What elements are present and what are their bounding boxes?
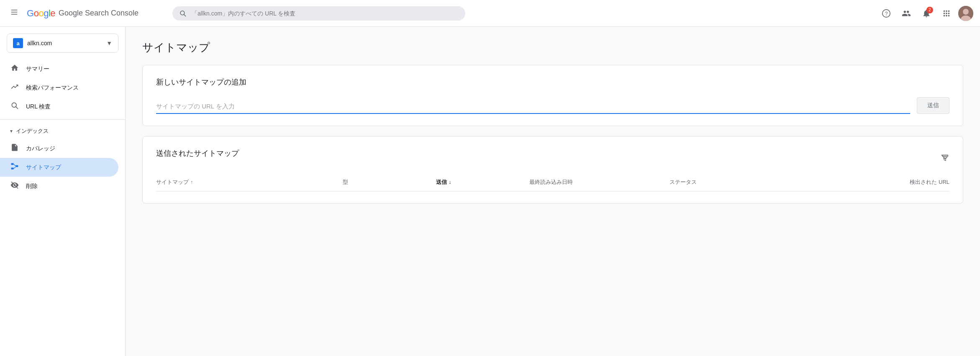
property-name: allkn.com — [27, 40, 102, 46]
sidebar-item-search-performance[interactable]: 検索パフォーマンス — [0, 78, 118, 97]
sidebar-summary-label: サマリー — [26, 65, 49, 73]
google-logo: Google — [27, 8, 55, 19]
coverage-icon — [10, 143, 19, 154]
sidebar-item-url-inspection[interactable]: URL 検査 — [0, 97, 118, 116]
th-send[interactable]: 送信 ↓ — [436, 178, 529, 186]
svg-point-8 — [963, 9, 969, 15]
sidebar-url-inspection-label: URL 検査 — [26, 103, 51, 111]
url-input-wrapper — [156, 99, 910, 114]
search-icon — [179, 10, 187, 17]
add-card-title: 新しいサイトマップの追加 — [156, 77, 949, 87]
submitted-sitemaps-header: 送信されたサイトマップ — [156, 148, 949, 168]
svg-line-4 — [184, 14, 186, 16]
svg-rect-14 — [16, 165, 18, 167]
sidebar-search-performance-label: 検索パフォーマンス — [26, 84, 79, 92]
header-icons: ? 2 — [878, 5, 973, 22]
property-selector[interactable]: a allkn.com ▼ — [7, 34, 118, 53]
home-icon — [10, 64, 19, 74]
property-icon: a — [13, 38, 23, 48]
add-sitemap-form: 送信 — [156, 97, 949, 114]
account-settings-icon[interactable] — [898, 5, 915, 22]
index-section-label: インデックス — [16, 127, 49, 135]
trending-icon — [10, 83, 19, 93]
svg-rect-2 — [11, 14, 18, 15]
th-type-label: 型 — [343, 178, 348, 186]
th-sitemap-label: サイトマップ — [156, 178, 189, 186]
svg-line-15 — [14, 164, 16, 166]
sidebar-sitemap-label: サイトマップ — [26, 164, 61, 171]
submit-button[interactable]: 送信 — [917, 97, 949, 114]
app-title: Google Search Console — [59, 9, 139, 18]
table-header: サイトマップ ↑ 型 送信 ↓ 最終読み込み日時 ステータス 検出された URL — [156, 178, 949, 191]
removal-icon — [10, 181, 19, 191]
help-icon[interactable]: ? — [878, 5, 895, 22]
th-detected-url-label: 検出された URL — [910, 178, 949, 186]
svg-rect-0 — [11, 10, 18, 10]
main-layout: a allkn.com ▼ サマリー 検索パフォーマンス — [0, 27, 980, 356]
hamburger-menu-icon[interactable] — [7, 5, 22, 22]
index-section-header[interactable]: ▾ インデックス — [0, 123, 125, 139]
th-send-label: 送信 — [436, 178, 447, 186]
th-type[interactable]: 型 — [343, 178, 436, 186]
svg-line-16 — [14, 167, 16, 168]
search-input[interactable] — [192, 10, 459, 17]
sidebar-coverage-label: カバレッジ — [26, 145, 55, 152]
th-status-label: ステータス — [670, 178, 697, 186]
th-last-read-label: 最終読み込み日時 — [529, 178, 573, 186]
sitemap-url-input[interactable] — [156, 99, 910, 114]
svg-rect-12 — [11, 163, 14, 165]
sort-desc-icon: ↓ — [449, 179, 451, 185]
svg-rect-1 — [11, 12, 18, 13]
property-dropdown-icon: ▼ — [106, 40, 112, 46]
th-detected-url[interactable]: 検出された URL — [809, 178, 949, 186]
sidebar-item-removal[interactable]: 削除 — [0, 177, 118, 196]
sidebar-item-coverage[interactable]: カバレッジ — [0, 139, 118, 158]
main-content: サイトマップ 新しいサイトマップの追加 送信 送信されたサイトマップ — [126, 27, 980, 356]
th-sitemap[interactable]: サイトマップ ↑ — [156, 178, 343, 186]
apps-icon[interactable] — [938, 5, 955, 22]
sitemap-icon — [10, 162, 19, 173]
svg-line-11 — [16, 107, 18, 109]
add-sitemap-card: 新しいサイトマップの追加 送信 — [142, 65, 963, 126]
th-last-read[interactable]: 最終読み込み日時 — [529, 178, 670, 186]
header-left: Google Google Search Console — [7, 5, 166, 22]
svg-text:?: ? — [885, 10, 888, 16]
submitted-card-title: 送信されたサイトマップ — [156, 148, 239, 158]
app-header: Google Google Search Console ? — [0, 0, 980, 27]
notification-count: 2 — [926, 7, 933, 13]
chevron-down-icon: ▾ — [10, 128, 13, 134]
svg-rect-13 — [11, 168, 14, 169]
notifications-icon[interactable]: 2 — [918, 5, 935, 22]
sidebar-divider — [0, 119, 125, 120]
search-bar[interactable] — [172, 6, 465, 21]
th-status[interactable]: ステータス — [670, 178, 810, 186]
logo-area: Google Google Search Console — [27, 8, 139, 19]
submitted-sitemaps-card: 送信されたサイトマップ サイトマップ ↑ 型 — [142, 136, 963, 204]
sort-asc-icon: ↑ — [190, 179, 193, 185]
avatar[interactable] — [958, 6, 973, 21]
url-search-icon — [10, 101, 19, 112]
sidebar-item-summary[interactable]: サマリー — [0, 59, 118, 78]
filter-icon[interactable] — [940, 153, 949, 164]
page-title: サイトマップ — [142, 40, 963, 55]
sidebar-item-sitemap[interactable]: サイトマップ — [0, 158, 118, 177]
sidebar: a allkn.com ▼ サマリー 検索パフォーマンス — [0, 27, 126, 356]
sidebar-removal-label: 削除 — [26, 183, 38, 190]
